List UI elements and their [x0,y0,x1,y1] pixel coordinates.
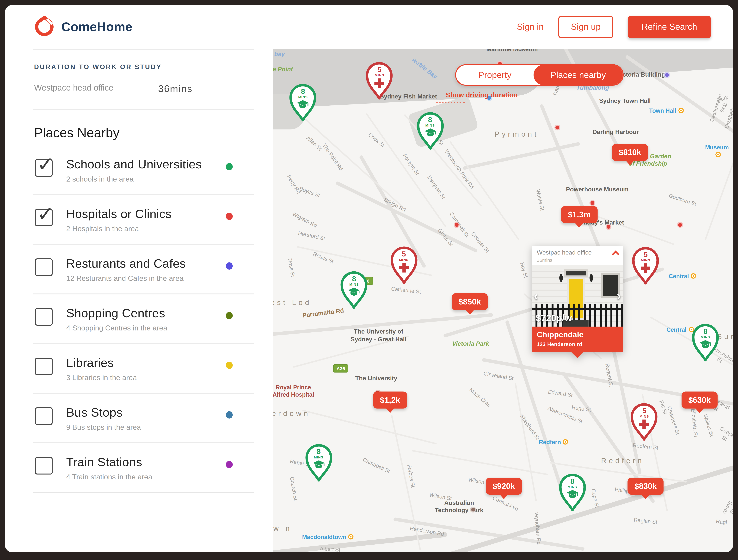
price-tag[interactable]: $850k [452,293,488,310]
hospital-pin[interactable]: 5MINS [631,403,658,441]
hospital-pin[interactable]: 5MINS [390,246,417,284]
sign-up-button[interactable]: Sign up [559,16,613,38]
duration-row: Westpace head office 36mins [34,83,254,109]
map-label-place: Sur [717,332,733,341]
place-filter-row[interactable]: ✓Shopping Centres4 Shopping Centres in t… [33,295,254,344]
map-label-transit: Macdonaldtown [302,534,354,541]
school-pin[interactable]: 8MINS [305,444,332,482]
map-label-street: Ross St [286,258,296,277]
place-checkbox[interactable]: ✓ [35,457,53,475]
medical-cross-icon [639,419,650,432]
place-title: Bus Stops [66,405,141,420]
medical-cross-icon [399,262,409,275]
comehome-logo-icon [35,16,54,38]
map-street [391,415,421,550]
school-pin[interactable]: 8MINS [340,271,368,309]
graduation-cap-icon [312,460,325,472]
place-filter-row[interactable]: ✓Resturants and Cafes12 Resturants and C… [33,245,254,295]
place-title: Schools and Universities [66,157,202,171]
place-filter-row[interactable]: ✓Hospitals or Clinics2 Hospitals in the … [33,195,254,245]
map-canvas[interactable]: baybe Pointwattle BaySydney Fish MarketM… [273,49,733,552]
map-label-street: Hereford St [298,230,326,242]
place-filter-row[interactable]: ✓Train Stations4 Train stations in the a… [33,443,254,493]
place-filter-row[interactable]: ✓Bus Stops9 Bus stops in the area [33,394,254,443]
hospital-pin[interactable]: 5MINS [632,246,659,285]
pin-minutes: 8 [559,477,586,485]
header-actions: Sign in Sign up Refine Search [517,16,711,38]
map-label-transit: Town Hall [649,107,684,115]
place-subtitle: 4 Shopping Centres in the area [66,324,167,332]
toggle-property[interactable]: Property [456,65,534,85]
pin-minutes-unit: MINS [417,124,444,127]
poi-dot-icon [606,224,611,230]
map-label-street: Darghan St [426,174,447,200]
map-label-street: Pitt St [658,399,668,415]
map-label-place: Pyrmont [494,130,539,139]
duration-section: DURATION TO WORK OR STUDY Westpace head … [33,50,273,109]
map-label-street: Cleveland St [483,370,514,382]
graduation-cap-icon [297,100,309,112]
place-checkbox[interactable]: ✓ [35,209,53,226]
map-street [650,317,733,387]
checkmark-icon: ✓ [37,154,54,175]
map-label-street: Boyce St [298,185,321,199]
school-pin[interactable]: 8MINS [417,112,444,150]
category-color-dot [226,362,233,369]
train-station-icon [715,152,721,157]
map-label-hospital: Royal Prince Alfred Hospital [273,384,314,399]
photo-prev-icon[interactable]: ‹ [534,288,538,304]
pin-minutes: 8 [305,448,332,455]
photo-next-icon[interactable]: › [617,288,621,304]
pin-minutes: 8 [692,328,719,335]
place-checkbox[interactable]: ✓ [35,308,53,326]
place-checkbox[interactable]: ✓ [35,258,53,276]
category-color-dot [226,213,233,220]
toggle-places-nearby[interactable]: Places nearby [533,65,623,85]
map-label-street: Wigram Rd [292,211,318,229]
place-checkbox[interactable]: ✓ [35,358,53,375]
train-station-icon [678,108,684,113]
sign-in-button[interactable]: Sign in [517,22,543,32]
medical-cross-icon [640,262,651,275]
map-label-poi: The University of Sydney - Great Hall [351,328,406,344]
map-road [539,104,605,259]
railway-line [273,532,447,552]
train-station-icon [563,440,568,445]
place-checkbox[interactable]: ✓ [35,159,53,177]
graduation-cap-icon [566,489,579,501]
price-tag[interactable]: $1.3m [561,206,598,223]
map-label-street: Goulburn St [668,192,697,207]
price-tag[interactable]: $920k [486,478,522,495]
stage: ComeHome Sign in Sign up Refine Search D… [0,0,738,560]
brand-name: ComeHome [61,19,132,34]
price-tag[interactable]: $810k [612,144,648,161]
refine-search-button[interactable]: Refine Search [628,16,711,38]
place-filter-row[interactable]: ✓Libraries3 Libraries in the area [33,344,254,394]
price-tag[interactable]: $1,2k [373,392,407,409]
pin-minutes-unit: MINS [289,95,317,99]
poi-dot-icon [590,200,596,206]
map-street [293,336,409,368]
poi-dot-icon [664,72,670,78]
route-shield: A36 [333,364,348,373]
map-label-street: Ferry Rd [285,174,302,195]
school-pin[interactable]: 8MINS [559,473,586,511]
hospital-pin[interactable]: 5MINS [366,62,393,100]
map-view-toggle[interactable]: Property Places nearby [455,64,624,86]
school-pin[interactable]: 8MINS [289,84,317,122]
duration-label: DURATION TO WORK OR STUDY [34,63,254,71]
poi-dot-icon [454,222,460,228]
school-pin[interactable]: 8MINS [692,324,719,362]
map-label-street: Abercrombie St [547,405,583,425]
map-label-street: Church St [288,476,299,501]
place-filter-row[interactable]: ✓Schools and Universities2 schools in th… [33,145,254,195]
property-card[interactable]: Westpac head office 36mins ‹ [532,245,623,352]
price-tag[interactable]: $630k [682,392,718,409]
pin-minutes: 5 [390,250,417,257]
map-label-transit: Central [669,273,696,280]
place-checkbox[interactable]: ✓ [35,407,53,425]
map-street [302,410,436,445]
show-driving-duration-link[interactable]: Show driving duration [446,91,518,103]
price-tag[interactable]: $830k [628,478,664,495]
map-label-street: Allen St [305,135,323,152]
